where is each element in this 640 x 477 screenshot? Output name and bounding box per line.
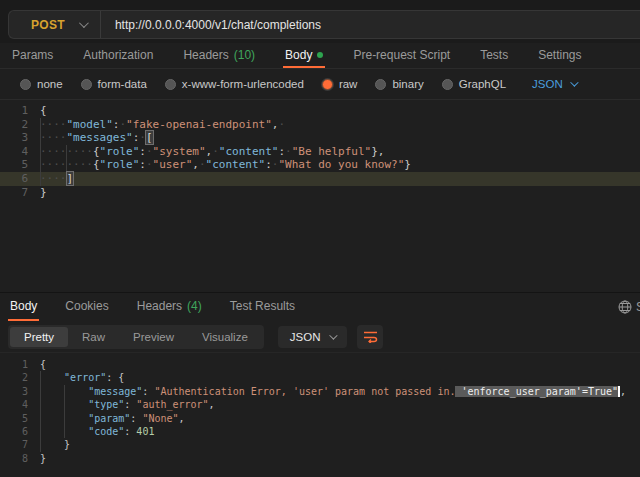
radio-icon [81,79,92,90]
radio-form-data[interactable]: form-data [81,78,147,90]
code-line[interactable]: 6 "code": 401 [0,425,640,438]
method-selector[interactable]: POST [9,18,79,32]
headers-count-badge: (10) [234,48,255,62]
divider [100,11,101,38]
chevron-down-icon[interactable] [79,18,89,28]
indent-guide [40,158,41,172]
line-number: 6 [0,172,28,186]
radio-selected-icon [322,79,333,90]
line-number: 4 [0,145,28,159]
radio-binary[interactable]: binary [375,78,423,90]
line-number: 2 [0,118,28,132]
response-format-dropdown[interactable]: JSON [278,326,348,348]
radio-raw[interactable]: raw [322,78,358,90]
indent-guide [40,425,41,438]
indent-guide [66,145,67,159]
view-preview[interactable]: Preview [119,327,188,347]
response-tab-body[interactable]: Body [8,293,39,321]
tab-headers[interactable]: Headers(10) [181,43,257,68]
tab-body[interactable]: Body [283,43,325,68]
indent-guide [66,158,67,172]
view-pretty[interactable]: Pretty [10,327,68,347]
status-text-clipped: S [636,300,640,314]
indent-guide [64,385,65,398]
response-tab-headers[interactable]: Headers(4) [135,293,204,321]
indent-guide [40,145,41,159]
code-line[interactable]: 2 "error": { [0,371,640,384]
code-line[interactable]: 5········{"role":·"user",·"content":·"Wh… [0,158,640,172]
response-headers-count-badge: (4) [187,299,202,313]
indent-guide [40,412,41,425]
code-line[interactable]: 2····"model":·"fake-openai-endpoint",· [0,118,640,132]
request-tabs: Params Authorization Headers(10) Body Pr… [0,43,640,69]
line-number: 1 [0,104,28,118]
line-number: 8 [0,452,28,465]
indent-guide [40,172,41,186]
indent-guide [40,385,41,398]
radio-icon [442,79,453,90]
tab-tests[interactable]: Tests [478,43,510,68]
indent-guide [40,438,41,451]
code-line[interactable]: 7} [0,186,640,200]
line-number: 4 [0,398,28,411]
radio-graphql[interactable]: GraphQL [442,78,506,90]
text-wrap-icon [363,330,378,343]
code-line[interactable]: 6····] [0,172,640,186]
indent-guide [64,398,65,411]
code-line[interactable]: 5 "param": "None", [0,412,640,425]
code-line[interactable]: 1{ [0,358,640,371]
raw-language-selector[interactable]: JSON [532,78,576,90]
url-box: POST http://0.0.0.0:4000/v1/chat/complet… [8,10,640,39]
line-number: 2 [0,371,28,384]
code-line[interactable]: 4 "type": "auth_error", [0,398,640,411]
text-wrap-button[interactable] [357,325,383,349]
line-number: 3 [0,131,28,145]
view-visualize[interactable]: Visualize [188,327,262,347]
indent-guide [64,425,65,438]
response-tabs: Body Cookies Headers(4) Test Results S [0,292,640,321]
code-line[interactable]: 7 } [0,438,640,451]
code-line[interactable]: 1{ [0,104,640,118]
indent-guide [40,371,41,384]
line-number: 6 [0,425,28,438]
response-tab-cookies[interactable]: Cookies [63,293,110,321]
radio-icon [165,79,176,90]
response-toolbar: Pretty Raw Preview Visualize JSON [0,321,640,353]
globe-icon[interactable] [614,300,636,314]
line-number: 3 [0,385,28,398]
response-tab-test-results[interactable]: Test Results [228,293,297,321]
line-number: 1 [0,358,28,371]
radio-icon [20,79,31,90]
indent-guide [64,412,65,425]
radio-icon [375,79,386,90]
indent-guide [40,118,41,132]
radio-none[interactable]: none [20,78,63,90]
body-modified-dot-icon [317,52,323,58]
tab-params[interactable]: Params [10,43,55,68]
code-line[interactable]: 4········{"role":·"system",·"content":·"… [0,145,640,159]
request-body-editor[interactable]: 1{2····"model":·"fake-openai-endpoint",·… [0,100,640,292]
chevron-down-icon [330,331,338,339]
chevron-down-icon [570,78,578,86]
code-line[interactable]: 3····"messages":·[ [0,131,640,145]
line-number: 5 [0,158,28,172]
tab-authorization[interactable]: Authorization [81,43,155,68]
url-input[interactable]: http://0.0.0.0:4000/v1/chat/completions [115,18,321,32]
response-body-viewer[interactable]: 1{2 "error": {3 "message": "Authenticati… [0,353,640,474]
tab-pre-request-script[interactable]: Pre-request Script [351,43,452,68]
view-raw[interactable]: Raw [68,327,119,347]
line-number: 5 [0,412,28,425]
radio-x-www-form-urlencoded[interactable]: x-www-form-urlencoded [165,78,304,90]
view-switcher: Pretty Raw Preview Visualize [8,325,264,349]
indent-guide [40,398,41,411]
line-number: 7 [0,186,28,200]
body-type-row: none form-data x-www-form-urlencoded raw… [0,69,640,100]
code-line[interactable]: 3 "message": "Authentication Error, 'use… [0,385,640,398]
request-url-bar: POST http://0.0.0.0:4000/v1/chat/complet… [0,0,640,43]
code-line[interactable]: 8} [0,452,640,465]
line-number: 7 [0,438,28,451]
indent-guide [40,131,41,145]
tab-settings[interactable]: Settings [536,43,583,68]
